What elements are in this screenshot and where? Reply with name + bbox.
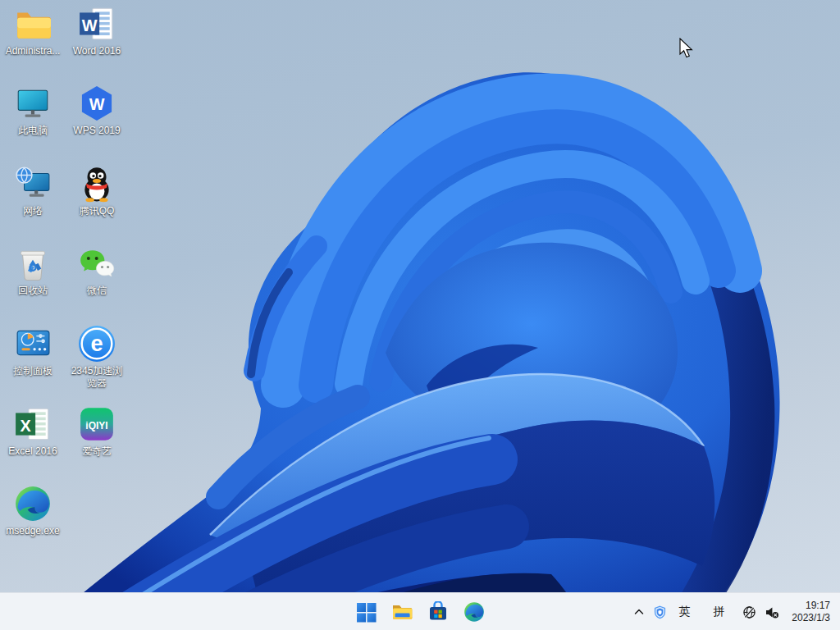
tray-network-button[interactable] bbox=[738, 598, 760, 626]
icon-label: 微信 bbox=[87, 285, 107, 297]
store-bag-icon bbox=[427, 601, 449, 623]
monitor-icon bbox=[14, 84, 52, 122]
qq-penguin-icon bbox=[78, 165, 116, 203]
ime-language-button[interactable]: 英 bbox=[671, 598, 697, 626]
shield-icon bbox=[653, 605, 667, 619]
icon-label: 腾讯QQ bbox=[80, 205, 115, 217]
desktop-icon-2345-browser[interactable]: e 2345加速浏览器 bbox=[65, 325, 129, 402]
wechat-bubbles-icon bbox=[78, 244, 116, 282]
folder-icon bbox=[14, 5, 52, 43]
excel-icon: X bbox=[14, 405, 52, 443]
network-monitor-icon bbox=[14, 165, 52, 203]
taskbar-center-buttons bbox=[352, 593, 488, 630]
desktop-icon-administrator[interactable]: Administra... bbox=[1, 5, 65, 82]
tray-volume-button[interactable] bbox=[760, 598, 783, 626]
icon-label: 回收站 bbox=[18, 285, 48, 297]
icon-label: 控制面板 bbox=[13, 365, 52, 377]
desktop-icon-msedge[interactable]: msedge.exe bbox=[1, 485, 65, 562]
taskbar-clock[interactable]: 19:17 2023/1/3 bbox=[787, 600, 835, 624]
2345-browser-e-icon: e bbox=[78, 325, 116, 363]
edge-button[interactable] bbox=[460, 596, 488, 628]
desktop-icon-qq[interactable]: 腾讯QQ bbox=[65, 165, 129, 242]
file-explorer-button[interactable] bbox=[388, 596, 416, 628]
wps-hexagon-icon: W bbox=[78, 84, 116, 122]
clock-time: 19:17 bbox=[792, 600, 830, 612]
microsoft-store-button[interactable] bbox=[424, 596, 452, 628]
icon-label: Excel 2016 bbox=[8, 445, 57, 458]
desktop-icon-control-panel[interactable]: 控制面板 bbox=[1, 325, 65, 402]
svg-text:X: X bbox=[20, 417, 31, 435]
globe-no-internet-icon bbox=[742, 605, 756, 619]
icon-label: msedge.exe bbox=[6, 525, 59, 537]
desktop-icon-recycle-bin[interactable]: 回收站 bbox=[1, 244, 65, 322]
desktop-icon-network[interactable]: 网络 bbox=[1, 165, 65, 242]
iqiyi-icon: iQIYI bbox=[78, 405, 116, 443]
icon-label: 此电脑 bbox=[18, 125, 48, 137]
desktop-icon-word[interactable]: W Word 2016 bbox=[65, 5, 129, 82]
edge-icon bbox=[14, 485, 52, 523]
ime-mode-button[interactable]: 拼 bbox=[705, 598, 732, 626]
folder-icon bbox=[391, 601, 413, 623]
desktop-icon-iqiyi[interactable]: iQIYI 爱奇艺 bbox=[65, 405, 129, 482]
svg-text:e: e bbox=[90, 331, 103, 356]
icon-label: 爱奇艺 bbox=[82, 445, 112, 458]
word-icon: W bbox=[78, 5, 116, 43]
tray-chevron-button[interactable] bbox=[629, 598, 649, 626]
desktop-icon-excel[interactable]: X Excel 2016 bbox=[1, 405, 65, 482]
icon-label: 2345加速浏览器 bbox=[66, 365, 127, 390]
recycle-bin-icon bbox=[14, 244, 52, 282]
chevron-up-icon bbox=[633, 607, 645, 617]
desktop: Administra... 此电脑 bbox=[0, 0, 840, 630]
system-tray: 英 拼 19:17 2023/1/3 bbox=[629, 593, 835, 630]
clock-date: 2023/1/3 bbox=[792, 612, 830, 624]
icon-label: 网络 bbox=[23, 205, 43, 217]
icon-label: WPS 2019 bbox=[73, 125, 120, 137]
windows-logo-icon bbox=[356, 602, 377, 623]
desktop-icon-wps[interactable]: W WPS 2019 bbox=[65, 84, 129, 162]
desktop-icon-wechat[interactable]: 微信 bbox=[65, 244, 129, 322]
control-panel-icon bbox=[14, 325, 52, 363]
tray-security-shield[interactable] bbox=[649, 598, 671, 626]
svg-text:W: W bbox=[82, 16, 98, 34]
icon-label: Administra... bbox=[6, 45, 61, 57]
edge-swirl-icon bbox=[463, 601, 485, 623]
taskbar: 英 拼 19:17 2023/1/3 bbox=[0, 592, 840, 630]
start-button[interactable] bbox=[352, 596, 380, 628]
speaker-muted-icon bbox=[765, 605, 779, 619]
icon-label: Word 2016 bbox=[73, 45, 121, 57]
svg-text:iQIYI: iQIYI bbox=[85, 420, 107, 431]
desktop-icon-this-pc[interactable]: 此电脑 bbox=[1, 84, 65, 162]
svg-text:W: W bbox=[89, 95, 105, 113]
